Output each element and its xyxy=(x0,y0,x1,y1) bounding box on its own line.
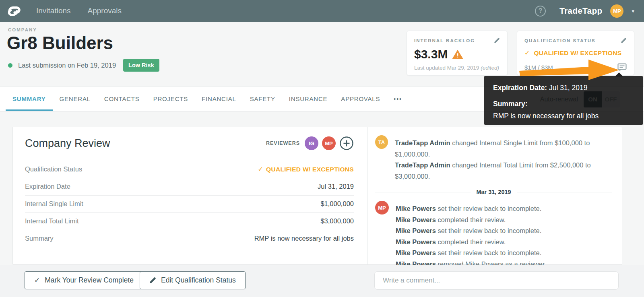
activity-entry: Mike Powers set their review back to inc… xyxy=(396,203,546,214)
pencil-icon xyxy=(621,37,627,43)
check-icon: ✓ xyxy=(258,166,263,173)
activity-group: TA TradeTapp Admin changed Internal Sing… xyxy=(375,135,615,182)
reviewers-label: REVIEWERS xyxy=(266,140,300,146)
table-row: Qualification Status ✓QUALIFIED W/ EXCEP… xyxy=(25,161,354,178)
table-row: Expiration Date Jul 31, 2019 xyxy=(25,178,354,196)
tab-summary[interactable]: SUMMARY xyxy=(6,87,53,111)
pencil-icon xyxy=(494,37,500,43)
avatar: MP xyxy=(375,201,389,214)
reviewer-avatar-ig[interactable]: IG xyxy=(305,136,318,150)
activity-feed: TA TradeTapp Admin changed Internal Sing… xyxy=(368,127,622,264)
tab-projects[interactable]: PROJECTS xyxy=(147,87,195,111)
edit-qualification-button[interactable] xyxy=(621,37,627,43)
help-icon[interactable]: ? xyxy=(535,6,546,16)
page-title: Gr8 Builders xyxy=(7,33,113,53)
company-review-panel: Company Review REVIEWERS IG MP xyxy=(12,127,622,265)
activity-entry: Mike Powers set their review back to inc… xyxy=(396,248,546,259)
internal-backlog-card: INTERNAL BACKLOG $3.3M Last updated Mar … xyxy=(407,31,508,76)
primary-nav: Invitations Approvals xyxy=(36,6,122,15)
tradetapp-logo-icon[interactable] xyxy=(6,4,21,18)
edit-backlog-button[interactable] xyxy=(494,37,500,43)
row-label: Expiration Date xyxy=(25,183,70,190)
status-tooltip: Expiration Date: Jul 31, 2019 Summary: R… xyxy=(484,76,643,125)
check-icon: ✓ xyxy=(524,49,530,57)
row-label: Summary xyxy=(25,235,54,242)
row-value: Jul 31, 2019 xyxy=(318,183,354,190)
backlog-updated-text: Last updated Mar 29, 2019 (edited) xyxy=(414,65,500,71)
tooltip-summary-value: RMP is now necessary for all jobs xyxy=(493,112,643,120)
tab-general[interactable]: GENERAL xyxy=(53,87,97,111)
add-reviewer-button[interactable] xyxy=(339,136,354,151)
check-icon: ✓ xyxy=(34,276,40,285)
brand-name: TradeTapp xyxy=(559,6,602,16)
plus-circle-icon xyxy=(339,136,354,151)
topbar-right: ? TradeTapp MP ▾ xyxy=(535,4,634,18)
last-submission-text: Last submission on Feb 19, 2019 xyxy=(18,62,116,69)
reviewers-group: REVIEWERS IG MP xyxy=(266,136,354,151)
tooltip-summary-label: Summary: xyxy=(493,100,528,108)
activity-entry: Mike Powers completed their review. xyxy=(396,237,546,248)
pencil-icon xyxy=(149,277,156,284)
tooltip-expiration-value: Jul 31, 2019 xyxy=(549,84,587,92)
tab-approvals[interactable]: APPROVALS xyxy=(334,87,387,111)
top-navigation-bar: Invitations Approvals ? TradeTapp MP ▾ xyxy=(0,0,644,22)
table-row: Internal Total Limit $3,000,000 xyxy=(25,213,354,230)
tabs-overflow-icon[interactable]: ••• xyxy=(387,87,409,111)
row-value: ✓QUALIFIED W/ EXCEPTIONS xyxy=(258,165,354,173)
tab-financial[interactable]: FINANCIAL xyxy=(195,87,243,111)
qualification-card-title: QUALIFICATION STATUS xyxy=(524,38,596,43)
risk-badge[interactable]: Low Risk xyxy=(123,59,159,72)
review-title: Company Review xyxy=(25,137,110,150)
row-label: Internal Single Limit xyxy=(25,200,83,208)
backlog-card-title: INTERNAL BACKLOG xyxy=(414,38,475,43)
mark-review-complete-button[interactable]: ✓ Mark Your Review Complete xyxy=(25,271,143,289)
row-label: Internal Total Limit xyxy=(25,217,79,225)
activity-entry: Mike Powers completed their review. xyxy=(396,214,546,226)
tooltip-expiration-label: Expiration Date: xyxy=(493,84,547,92)
reviewer-avatar-mp[interactable]: MP xyxy=(322,136,336,150)
activity-entry: TradeTapp Admin changed Internal Total L… xyxy=(395,160,615,182)
row-value: RMP is now necessary for all jobs xyxy=(254,235,354,242)
qualification-status-card: QUALIFICATION STATUS ✓ QUALIFIED W/ EXCE… xyxy=(517,31,634,76)
warning-icon xyxy=(452,50,463,59)
table-row: Summary RMP is now necessary for all job… xyxy=(25,230,354,247)
company-eyebrow: COMPANY xyxy=(8,27,37,32)
user-avatar[interactable]: MP xyxy=(610,4,623,18)
activity-entry: TradeTapp Admin changed Internal Single … xyxy=(395,138,615,160)
table-row: Internal Single Limit $1,000,000 xyxy=(25,196,354,213)
tab-safety[interactable]: SAFETY xyxy=(243,87,282,111)
tradetapp-app: Invitations Approvals ? TradeTapp MP ▾ C… xyxy=(0,0,644,297)
active-status-dot-icon xyxy=(8,63,12,68)
backlog-amount: $3.3M xyxy=(414,47,448,61)
date-divider-label: Mar 31, 2019 xyxy=(476,189,511,195)
review-pane: Company Review REVIEWERS IG MP xyxy=(13,127,367,264)
row-label: Qualification Status xyxy=(25,165,82,173)
chevron-down-icon[interactable]: ▾ xyxy=(632,8,634,14)
row-value: $1,000,000 xyxy=(320,200,354,208)
action-footer: ✓ Mark Your Review Complete Edit Qualifi… xyxy=(0,265,644,297)
avatar: TA xyxy=(375,135,388,149)
nav-approvals[interactable]: Approvals xyxy=(88,6,122,15)
comment-note-icon[interactable] xyxy=(617,63,627,72)
qualification-status-value: QUALIFIED W/ EXCEPTIONS xyxy=(534,50,621,57)
date-divider: Mar 31, 2019 xyxy=(375,189,612,195)
activity-entry: Mike Powers set their review back to inc… xyxy=(396,225,546,237)
limits-value: $1M / $3M xyxy=(524,64,553,71)
tab-insurance[interactable]: INSURANCE xyxy=(282,87,334,111)
comment-input[interactable] xyxy=(374,271,619,290)
tab-contacts[interactable]: CONTACTS xyxy=(97,87,147,111)
submission-status-line: Last submission on Feb 19, 2019 Low Risk xyxy=(8,59,159,72)
nav-invitations[interactable]: Invitations xyxy=(36,6,71,15)
edit-qualification-status-button[interactable]: Edit Qualification Status xyxy=(140,271,246,289)
row-value: $3,000,000 xyxy=(320,217,354,225)
review-detail-table: Qualification Status ✓QUALIFIED W/ EXCEP… xyxy=(25,161,354,247)
